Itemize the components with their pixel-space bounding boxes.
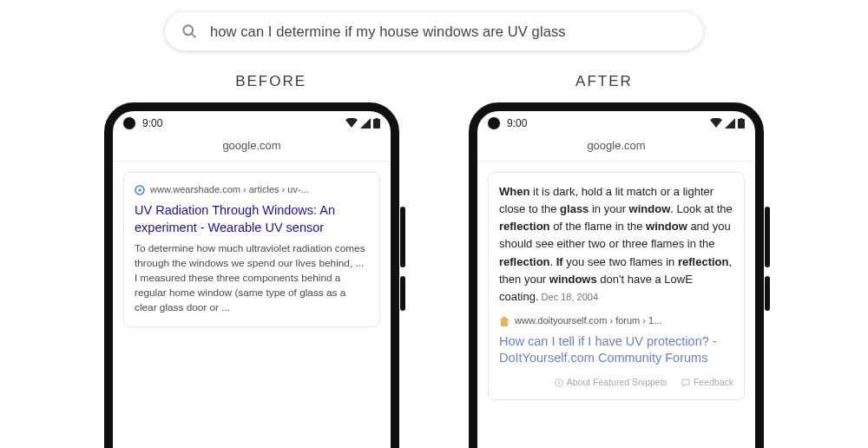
search-result-card[interactable]: www.wearshade.com › articles › uv-... UV…: [123, 172, 380, 327]
status-icons: [710, 118, 745, 128]
phone-before: 9:00 google.com www.wearshade.com › arti…: [87, 102, 417, 432]
phone-frame: 9:00 google.com www.wearshade.com › arti…: [104, 102, 399, 448]
svg-rect-7: [740, 118, 743, 120]
battery-icon: [738, 118, 745, 128]
side-button: [765, 207, 770, 267]
battery-icon: [373, 118, 380, 128]
featured-snippet-card[interactable]: When it is dark, hold a lit match or a l…: [488, 172, 745, 400]
camera-hole: [488, 117, 500, 129]
search-bar[interactable]: how can I determine if my house windows …: [165, 12, 703, 50]
result-snippet: To determine how much ultraviolet radiat…: [135, 241, 369, 315]
signal-icon: [725, 118, 735, 128]
phone-row: 9:00 google.com www.wearshade.com › arti…: [0, 102, 868, 432]
side-button: [765, 276, 770, 311]
featured-snippet-text: When it is dark, hold a lit match or a l…: [499, 183, 733, 306]
svg-rect-10: [558, 380, 559, 381]
status-time: 9:00: [142, 117, 162, 129]
search-query-text: how can I determine if my house windows …: [210, 23, 566, 40]
comparison-labels: BEFORE AFTER: [0, 73, 868, 90]
info-icon: [555, 379, 563, 387]
wifi-icon: [345, 118, 358, 128]
wifi-icon: [710, 118, 722, 128]
result-title-link[interactable]: How can I tell if I have UV protection? …: [499, 333, 733, 367]
svg-rect-6: [738, 119, 745, 128]
feedback-icon: [681, 379, 690, 387]
breadcrumb: www.doityourself.com › forum › 1...: [499, 314, 733, 328]
svg-point-5: [138, 188, 141, 191]
side-button: [400, 207, 405, 267]
phone-after: 9:00 google.com When it is dark, hold a …: [451, 102, 781, 432]
before-label: BEFORE: [235, 73, 306, 90]
status-time: 9:00: [507, 117, 527, 129]
url-bar: google.com: [477, 135, 755, 161]
svg-line-1: [192, 34, 195, 37]
feedback-link[interactable]: Feedback: [681, 376, 733, 389]
breadcrumb-text: www.doityourself.com › forum › 1...: [515, 314, 661, 328]
result-title-link[interactable]: UV Radiation Through Windows: An experim…: [135, 202, 369, 236]
camera-hole: [123, 117, 135, 129]
card-footer: About Featured Snippets Feedback: [499, 376, 733, 389]
svg-rect-9: [558, 382, 559, 385]
breadcrumb: www.wearshade.com › articles › uv-...: [135, 183, 369, 197]
after-label: AFTER: [575, 73, 633, 90]
status-icons: [345, 118, 380, 128]
favicon-icon: [499, 316, 510, 326]
favicon-icon: [135, 185, 145, 195]
signal-icon: [360, 118, 371, 128]
svg-rect-2: [373, 119, 380, 128]
status-bar: 9:00: [113, 111, 391, 135]
phone-frame: 9:00 google.com When it is dark, hold a …: [469, 102, 764, 448]
svg-rect-3: [376, 118, 378, 120]
about-featured-link[interactable]: About Featured Snippets: [555, 376, 667, 389]
status-bar: 9:00: [477, 111, 755, 135]
side-button: [400, 276, 405, 311]
url-bar: google.com: [113, 135, 391, 161]
search-icon: [181, 23, 198, 40]
breadcrumb-text: www.wearshade.com › articles › uv-...: [150, 183, 309, 197]
